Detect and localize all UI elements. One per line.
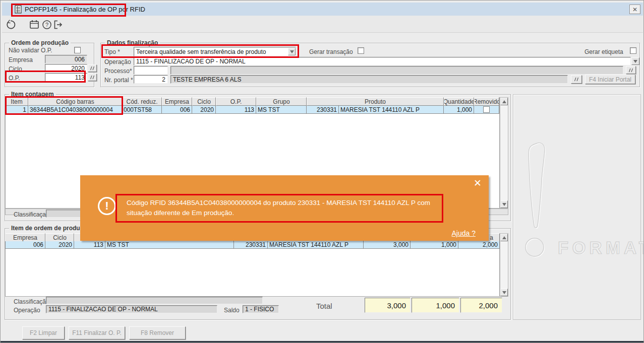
contagem-vscrollbar[interactable] [500, 97, 508, 209]
toast-help-link[interactable]: Ajuda ? [452, 229, 476, 237]
f11-finalizar-op-button[interactable]: F11 Finalizar O. P. [69, 326, 125, 339]
warning-icon: ! [98, 197, 116, 215]
contagem-table-row[interactable]: 1 36344B5A1C04038000000004 000TST58 006 … [5, 106, 499, 114]
processo-field[interactable] [134, 66, 168, 75]
total-field-3: 2,000 [460, 298, 502, 313]
col-ciclo[interactable]: Ciclo [192, 97, 216, 106]
col-removido[interactable]: Removido [474, 97, 499, 106]
nao-validar-label: Não validar O.P. [9, 47, 52, 54]
nr-portal-lookup-button[interactable] [571, 75, 582, 84]
watermark-panel: FORMAT [513, 94, 641, 320]
arrow-down-icon [502, 291, 506, 294]
itemop-classificacao-field [46, 297, 263, 304]
empresa-label: Empresa [9, 56, 33, 63]
processo-label: Processo* [104, 67, 132, 75]
cell-empresa: 006 [5, 241, 45, 249]
cell-codigo-barras: 36344B5A1C04038000000004 [28, 106, 122, 114]
scroll-down-button[interactable] [500, 200, 508, 208]
arrow-up-icon [502, 100, 506, 103]
total-label: Total [316, 302, 332, 310]
op-field[interactable]: 113 [45, 73, 87, 82]
f4-iniciar-portal-button[interactable]: F4 Iniciar Portal [585, 75, 635, 84]
col-ciclo[interactable]: Ciclo [45, 233, 74, 242]
chevron-down-icon [290, 50, 294, 53]
col-produto[interactable]: Produto [307, 97, 444, 106]
scroll-up-button[interactable] [500, 98, 508, 105]
calendar-icon[interactable] [28, 19, 40, 31]
contagem-header-row: Item Código barras Cód. reduz. Empresa C… [5, 97, 499, 106]
app-window: PCPFP145 - Finalização de OP por RFID ✕ … [0, 0, 644, 343]
cell-produto-nome: MARESIA TST 144110 AZL P [339, 106, 444, 114]
cell-empresa: 006 [162, 106, 192, 114]
format-logo-text: FORMAT [558, 238, 644, 258]
cell-ciclo: 2020 [192, 106, 216, 114]
operacao-dropdown-button[interactable] [631, 57, 639, 65]
format-logo-icon [520, 140, 561, 266]
operacao-field[interactable]: 1115 - FINALIZACAO DE OP - NORMAL [134, 57, 631, 65]
itemop-vscrollbar[interactable] [500, 233, 508, 297]
op-lookup-button[interactable] [88, 74, 97, 81]
itemop-table-row[interactable]: 006 2020 113 MS TST 230331 MARESIA TST 1… [5, 241, 500, 249]
cell-produto-codigo: 230331 [234, 241, 268, 249]
close-icon: ✕ [632, 6, 637, 13]
cell-removido [474, 106, 499, 114]
help-icon[interactable]: ? [41, 19, 53, 31]
page-title: PCPFP145 - Finalização de OP por RFID [25, 6, 145, 13]
cell-produto-codigo: 230331 [307, 106, 339, 114]
cell-grupo: MS TST [105, 241, 234, 249]
toast-close-icon[interactable]: ✕ [474, 177, 482, 189]
window-bottom-edge [1, 341, 644, 343]
cell-op: 113 [74, 241, 105, 249]
removido-checkbox[interactable] [483, 106, 490, 113]
exit-icon[interactable] [52, 19, 64, 31]
f2-limpar-button[interactable]: F2 Limpar [22, 326, 65, 339]
cell-cod-reduz: 000TST58 [122, 106, 162, 114]
arrow-up-icon [502, 236, 506, 239]
tipo-combobox[interactable]: Terceira qualidade sem transferência de … [134, 47, 296, 56]
gerar-transacao-checkbox[interactable] [358, 47, 364, 54]
col-grupo[interactable]: Grupo [256, 97, 307, 106]
nr-portal-label: Nr. portal * [104, 77, 133, 84]
ciclo-field[interactable]: 2020 [45, 64, 87, 73]
contagem-classificacao-label: Classificaçao [14, 211, 49, 218]
tipo-dropdown-button[interactable] [288, 48, 296, 55]
total-field-1: 3,000 [365, 298, 411, 313]
itemop-classificacao-label: Classificação [14, 298, 49, 305]
scroll-down-button[interactable] [500, 289, 508, 296]
scroll-up-button[interactable] [500, 234, 508, 241]
saldo-field: 1 - FISICO [243, 305, 279, 313]
lookup-icon [90, 75, 95, 80]
f8-remover-button[interactable]: F8 Remover [129, 326, 186, 339]
col-codigo-barras[interactable]: Código barras [28, 97, 122, 106]
window-close-button[interactable]: ✕ [629, 5, 640, 14]
col-op[interactable]: O.P. [216, 97, 256, 106]
gerar-transacao-label: Gerar transação [309, 48, 353, 55]
col-item[interactable]: Item [5, 97, 28, 106]
col-quantidade[interactable]: Quantidade [444, 97, 474, 106]
processo-lookup-button[interactable] [626, 66, 636, 74]
cell-grupo: MS TST [256, 106, 307, 114]
group-contagem-title: Item contagem [9, 91, 56, 98]
cell-qtd-2: 1,000 [411, 241, 458, 249]
ciclo-lookup-button[interactable] [88, 64, 97, 72]
col-empresa[interactable]: Empresa [5, 233, 45, 242]
undo-icon[interactable] [5, 19, 17, 31]
processo-desc-field [170, 66, 623, 75]
lookup-icon [628, 68, 634, 73]
cell-quantidade: 1,000 [444, 106, 474, 114]
group-ordem-title: Ordem de produção [9, 39, 71, 46]
cell-item: 1 [5, 106, 28, 114]
nao-validar-checkbox[interactable] [74, 47, 81, 53]
svg-text:?: ? [45, 22, 48, 28]
col-empresa[interactable]: Empresa [162, 97, 192, 106]
ciclo-label: Ciclo [9, 65, 22, 73]
nr-portal-field[interactable]: 2 [134, 75, 168, 84]
gerar-etiqueta-checkbox[interactable] [630, 47, 636, 54]
cell-qtd-3: 2,000 [458, 241, 500, 249]
col-cod-reduz[interactable]: Cód. reduz. [122, 97, 162, 106]
op-label: O.P. [9, 75, 20, 82]
lookup-icon [90, 66, 95, 71]
itemop-operacao-field: 1115 - FINALIZACAO DE OP - NORMAL [46, 305, 217, 313]
window-icon [15, 5, 22, 16]
toolbar: ? [2, 16, 643, 33]
